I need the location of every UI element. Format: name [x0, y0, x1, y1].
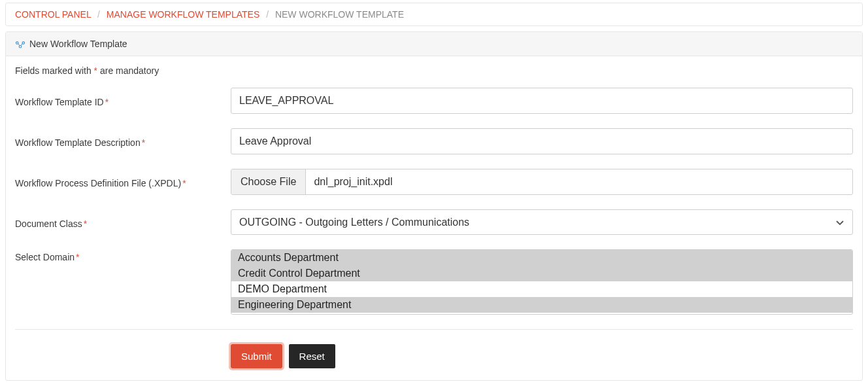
- file-name-text: dnl_proj_init.xpdl: [306, 169, 400, 194]
- label-template-id: Workflow Template ID*: [15, 94, 231, 107]
- reset-button[interactable]: Reset: [289, 344, 335, 368]
- row-domain: Select Domain* Accounts DepartmentCredit…: [15, 249, 853, 315]
- listbox-option[interactable]: Accounts Department: [231, 250, 852, 266]
- panel-header: New Workflow Template: [6, 32, 862, 56]
- breadcrumb-current: NEW WORKFLOW TEMPLATE: [275, 9, 404, 20]
- choose-file-button[interactable]: Choose File: [231, 169, 306, 194]
- breadcrumb-separator: /: [266, 9, 269, 20]
- listbox-option[interactable]: DEMO Department: [231, 281, 852, 297]
- label-domain: Select Domain*: [15, 249, 231, 262]
- svg-point-0: [16, 42, 18, 44]
- mandatory-note: Fields marked with * are mandatory: [15, 65, 853, 76]
- select-doc-class[interactable]: OUTGOING - Outgoing Letters / Communicat…: [231, 209, 853, 235]
- input-template-id[interactable]: [231, 88, 853, 114]
- listbox-domain[interactable]: Accounts DepartmentCredit Control Depart…: [231, 249, 853, 315]
- row-doc-class: Document Class* OUTGOING - Outgoing Lett…: [15, 209, 853, 235]
- row-template-id: Workflow Template ID*: [15, 88, 853, 114]
- svg-point-1: [22, 42, 25, 44]
- breadcrumb-link-control-panel[interactable]: CONTROL PANEL: [15, 9, 91, 20]
- form-actions: Submit Reset: [15, 329, 853, 368]
- label-doc-class: Document Class*: [15, 216, 231, 229]
- input-template-desc[interactable]: [231, 128, 853, 154]
- breadcrumb-link-manage-templates[interactable]: MANAGE WORKFLOW TEMPLATES: [107, 9, 259, 20]
- form-panel: New Workflow Template Fields marked with…: [5, 31, 863, 381]
- svg-line-4: [21, 43, 22, 45]
- label-template-desc: Workflow Template Description*: [15, 135, 231, 148]
- file-input-xpdl[interactable]: Choose File dnl_proj_init.xpdl: [231, 169, 853, 195]
- svg-line-3: [18, 43, 20, 45]
- label-xpdl: Workflow Process Definition File (.XPDL)…: [15, 175, 231, 188]
- panel-title: New Workflow Template: [29, 39, 127, 49]
- row-xpdl: Workflow Process Definition File (.XPDL)…: [15, 169, 853, 195]
- breadcrumb-separator: /: [97, 9, 100, 20]
- submit-button[interactable]: Submit: [231, 344, 282, 368]
- workflow-icon: [15, 40, 25, 48]
- listbox-option[interactable]: Engineering Department: [231, 297, 852, 313]
- row-template-desc: Workflow Template Description*: [15, 128, 853, 154]
- breadcrumb: CONTROL PANEL / MANAGE WORKFLOW TEMPLATE…: [5, 3, 863, 26]
- listbox-option[interactable]: Credit Control Department: [231, 266, 852, 281]
- svg-point-2: [19, 45, 22, 48]
